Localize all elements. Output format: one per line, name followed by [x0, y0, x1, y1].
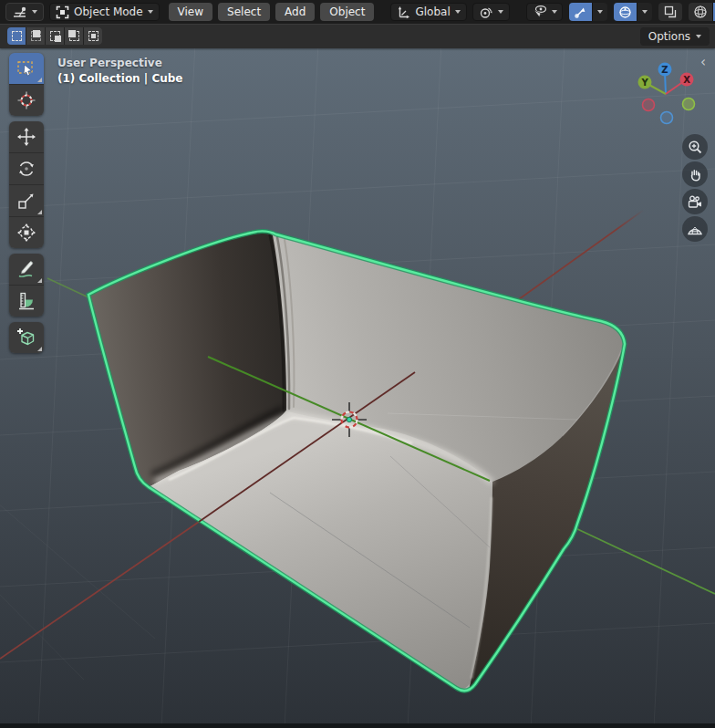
gizmo-options-dropdown[interactable]	[592, 3, 607, 21]
tool-settings-bar: Options	[0, 24, 715, 48]
gizmos-group	[569, 3, 607, 21]
header-menus: View Select Add Object	[169, 3, 375, 21]
tool-transform[interactable]	[9, 216, 44, 248]
gizmo-axis-z-neg[interactable]	[661, 112, 673, 124]
status-bar-edge	[0, 723, 715, 728]
select-mode-group	[7, 27, 102, 45]
pivot-point-dropdown[interactable]	[472, 3, 510, 21]
viewport-overlay-text: User Perspective (1) Collection | Cube	[57, 56, 182, 87]
select-box-icon	[16, 59, 36, 78]
gizmo-axis-x-neg[interactable]	[643, 99, 655, 111]
gizmo-axis-y-neg[interactable]	[683, 99, 695, 110]
orientation-axes-icon	[397, 5, 410, 19]
viewport-gizmos-icon	[574, 5, 587, 19]
select-invert-icon	[69, 31, 79, 41]
chevron-down-icon	[552, 10, 557, 14]
chevron-down-icon	[642, 10, 648, 14]
select-subtract-icon	[50, 31, 60, 41]
tool-rotate[interactable]	[9, 152, 44, 184]
move-icon	[16, 127, 36, 147]
gizmo-z-label: Z	[661, 65, 668, 75]
wireframe-sphere-icon	[693, 5, 708, 19]
viewport-canvas[interactable]	[0, 0, 715, 728]
tool-measure[interactable]	[9, 285, 44, 317]
chevron-down-icon	[148, 10, 153, 14]
gizmo-x-label: X	[683, 75, 690, 85]
rotate-icon	[16, 159, 36, 179]
tool-move[interactable]	[9, 121, 44, 152]
annotate-pen-icon	[16, 259, 36, 279]
camera-view-button[interactable]	[682, 189, 708, 214]
camera-icon	[687, 194, 703, 210]
subtool-indicator	[37, 347, 42, 351]
toggle-projection-button[interactable]	[682, 216, 708, 242]
chevron-down-icon	[455, 10, 461, 14]
select-mode-intersect[interactable]	[84, 27, 102, 45]
hand-icon	[688, 167, 703, 182]
editor-type-dropdown[interactable]	[5, 3, 44, 21]
mode-dropdown[interactable]: Object Mode	[49, 3, 160, 21]
zoom-icon	[688, 140, 703, 155]
show-object-types-icon	[532, 5, 547, 19]
object-visibility-dropdown[interactable]	[526, 3, 563, 21]
chevron-down-icon	[696, 35, 701, 38]
menu-select[interactable]: Select	[218, 3, 270, 21]
view-perspective-label: User Perspective	[57, 56, 182, 71]
toolbar	[9, 53, 44, 353]
pan-button[interactable]	[682, 161, 708, 187]
menu-object[interactable]: Object	[320, 3, 374, 21]
options-dropdown[interactable]: Options	[640, 27, 710, 46]
select-mode-extend[interactable]	[26, 27, 45, 45]
measure-icon	[16, 291, 36, 311]
options-label: Options	[648, 30, 690, 43]
overlays-group	[614, 3, 652, 21]
transform-orientation-dropdown[interactable]: Global	[390, 3, 466, 21]
subtool-indicator	[37, 278, 42, 283]
select-mode-set[interactable]	[7, 27, 26, 45]
blender-window: Object Mode View Select Add Object Globa…	[0, 0, 715, 728]
tool-annotate[interactable]	[9, 254, 44, 285]
3d-cursor-tool-icon	[16, 90, 36, 110]
show-overlays-toggle[interactable]	[614, 3, 637, 21]
chevron-down-icon	[597, 10, 603, 14]
perspective-grid-icon	[687, 222, 703, 236]
navigation-gizmo[interactable]: Z Y X	[634, 57, 707, 130]
object-mode-icon	[56, 5, 69, 19]
scale-icon	[16, 191, 36, 211]
show-gizmo-toggle[interactable]	[569, 3, 592, 21]
subtool-indicator	[37, 78, 42, 82]
shading-wireframe-button[interactable]	[689, 3, 712, 21]
overlays-icon	[618, 5, 632, 19]
tool-add-cube[interactable]	[9, 322, 44, 353]
viewport-header: Object Mode View Select Add Object Globa…	[0, 0, 715, 24]
menu-view[interactable]: View	[169, 3, 212, 21]
select-intersect-icon	[88, 31, 98, 41]
xray-toggle[interactable]	[658, 3, 682, 21]
overlays-options-dropdown[interactable]	[637, 3, 652, 21]
zoom-button[interactable]	[682, 134, 708, 160]
select-mode-invert[interactable]	[65, 27, 83, 45]
sidebar-toggle[interactable]: ‹	[700, 56, 706, 69]
shading-mode-group	[689, 3, 715, 21]
chevron-down-icon	[498, 10, 503, 14]
active-collection-object-label: (1) Collection | Cube	[57, 71, 182, 87]
header-right-cluster	[526, 3, 715, 21]
select-set-icon	[12, 31, 22, 41]
transform-icon	[16, 223, 36, 243]
select-mode-subtract[interactable]	[46, 27, 64, 45]
add-cube-icon	[16, 327, 37, 348]
tool-scale[interactable]	[9, 184, 44, 216]
menu-add[interactable]: Add	[275, 3, 315, 21]
orientation-label: Global	[415, 5, 450, 18]
mode-label: Object Mode	[74, 5, 143, 18]
toggle-xray-icon	[663, 5, 678, 19]
subtool-indicator	[37, 210, 42, 214]
3d-viewport-editor-icon	[12, 5, 28, 19]
pivot-point-icon	[479, 5, 493, 19]
chevron-down-icon	[32, 10, 37, 14]
tool-select-box[interactable]	[9, 53, 44, 84]
tool-cursor[interactable]	[9, 84, 44, 116]
select-extend-icon	[31, 31, 41, 41]
gizmo-y-label: Y	[640, 78, 648, 88]
